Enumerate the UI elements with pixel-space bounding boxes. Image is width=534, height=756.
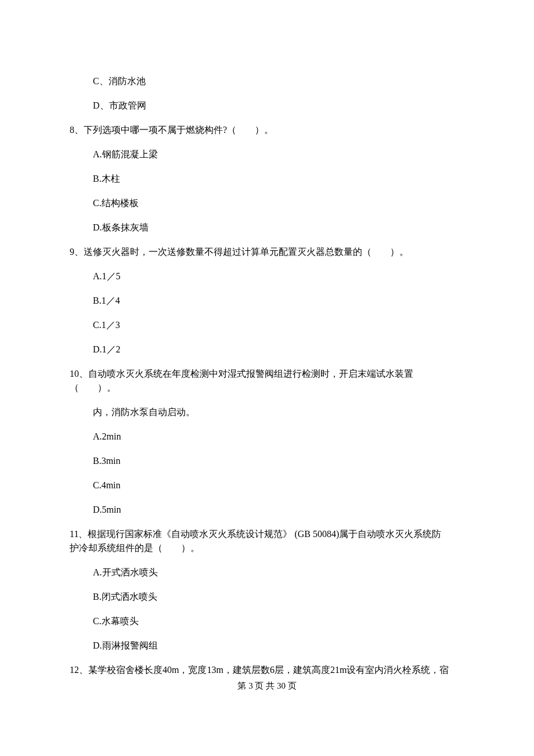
q9-option-c: C.1／3 [70,318,464,332]
q11-option-d: D.雨淋报警阀组 [70,639,464,653]
q10-option-b: B.3min [70,454,464,468]
q10-stem-line1: 10、自动喷水灭火系统在年度检测中对湿式报警阀组进行检测时，开启末端试水装置 [70,367,464,381]
q11-stem-line1: 11、根据现行国家标准《自动喷水灭火系统设计规范》 (GB 50084)属于自动… [70,527,464,541]
q12-stem: 12、某学校宿舍楼长度40m，宽度13m，建筑层数6层，建筑高度21m设有室内消… [70,663,464,677]
q10-stem-line2: （ ）。 [70,381,464,395]
q8-stem: 8、下列选项中哪一项不属于燃烧构件?（ ）。 [70,123,464,137]
document-page: C、消防水池 D、市政管网 8、下列选项中哪一项不属于燃烧构件?（ ）。 A.钢… [0,0,534,756]
q8-option-c: C.结构楼板 [70,196,464,210]
q9-option-b: B.1／4 [70,294,464,308]
q11-stem-line2: 护冷却系统组件的是（ ）。 [70,541,464,555]
page-footer: 第 3 页 共 30 页 [70,679,464,693]
q8-option-b: B.木柱 [70,172,464,186]
q9-option-d: D.1／2 [70,343,464,357]
q10-option-d: D.5min [70,503,464,517]
q11-option-c: C.水幕喷头 [70,614,464,628]
q9-option-a: A.1／5 [70,269,464,283]
q9-stem: 9、送修灭火器时，一次送修数量不得超过计算单元配置灭火器总数量的（ ）。 [70,245,464,259]
q8-option-d: D.板条抹灰墙 [70,221,464,235]
q10-option-a: A.2min [70,430,464,444]
q11-stem: 11、根据现行国家标准《自动喷水灭火系统设计规范》 (GB 50084)属于自动… [70,527,464,555]
q11-option-a: A.开式洒水喷头 [70,566,464,579]
q10-stem: 10、自动喷水灭火系统在年度检测中对湿式报警阀组进行检测时，开启末端试水装置 （… [70,367,464,395]
q11-option-b: B.闭式洒水喷头 [70,590,464,604]
q8-option-a: A.钢筋混凝上梁 [70,147,464,161]
q7-option-d: D、市政管网 [70,99,464,113]
q7-option-c: C、消防水池 [70,74,464,88]
q10-sub: 内，消防水泵自动启动。 [70,405,464,419]
q10-option-c: C.4min [70,478,464,492]
